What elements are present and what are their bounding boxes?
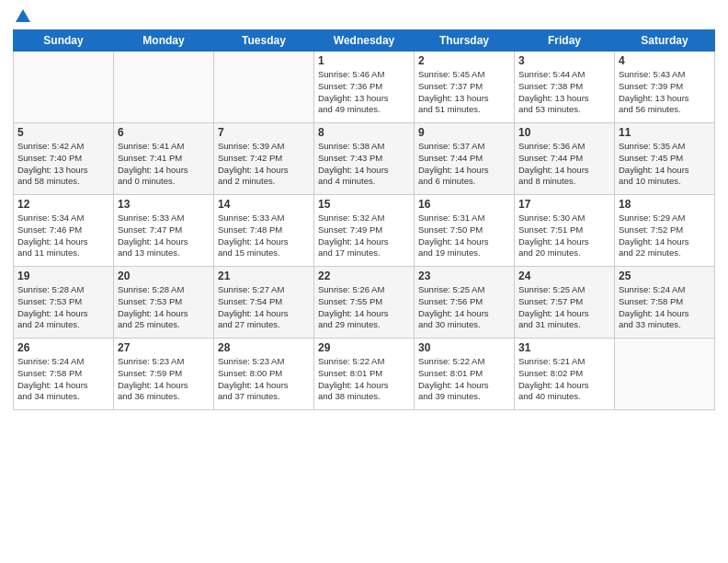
col-monday: Monday: [114, 30, 214, 52]
day-info: Sunrise: 5:27 AMSunset: 7:54 PMDaylight:…: [218, 284, 310, 331]
table-row: 28Sunrise: 5:23 AMSunset: 8:00 PMDayligh…: [214, 339, 314, 410]
calendar-week-row: 19Sunrise: 5:28 AMSunset: 7:53 PMDayligh…: [14, 267, 715, 339]
day-info: Sunrise: 5:33 AMSunset: 7:48 PMDaylight:…: [218, 213, 310, 259]
table-row: 29Sunrise: 5:22 AMSunset: 8:01 PMDayligh…: [314, 339, 415, 410]
day-info: Sunrise: 5:37 AMSunset: 7:44 PMDaylight:…: [418, 141, 510, 188]
day-number: 13: [118, 198, 210, 211]
page-header: [13, 9, 715, 22]
col-tuesday: Tuesday: [214, 30, 314, 52]
day-number: 30: [418, 341, 510, 354]
day-number: 21: [218, 270, 310, 282]
table-row: 20Sunrise: 5:28 AMSunset: 7:53 PMDayligh…: [114, 267, 214, 339]
table-row: 30Sunrise: 5:22 AMSunset: 8:01 PMDayligh…: [415, 339, 515, 410]
table-row: 15Sunrise: 5:32 AMSunset: 7:49 PMDayligh…: [314, 195, 415, 267]
day-number: 15: [318, 198, 410, 211]
table-row: 31Sunrise: 5:21 AMSunset: 8:02 PMDayligh…: [515, 339, 615, 410]
calendar-header-row: Sunday Monday Tuesday Wednesday Thursday…: [14, 30, 715, 52]
table-row: 16Sunrise: 5:31 AMSunset: 7:50 PMDayligh…: [415, 195, 515, 267]
day-number: 16: [418, 198, 510, 211]
day-number: 20: [118, 270, 210, 282]
day-info: Sunrise: 5:39 AMSunset: 7:42 PMDaylight:…: [218, 141, 310, 188]
table-row: 13Sunrise: 5:33 AMSunset: 7:47 PMDayligh…: [114, 195, 214, 267]
day-number: 26: [17, 341, 109, 354]
table-row: 4Sunrise: 5:43 AMSunset: 7:39 PMDaylight…: [615, 52, 715, 123]
day-number: 11: [619, 126, 711, 139]
day-info: Sunrise: 5:46 AMSunset: 7:36 PMDaylight:…: [318, 69, 410, 116]
day-number: 29: [318, 341, 410, 354]
day-info: Sunrise: 5:21 AMSunset: 8:02 PMDaylight:…: [518, 356, 610, 403]
table-row: [14, 52, 114, 123]
day-number: 23: [418, 270, 510, 282]
table-row: 14Sunrise: 5:33 AMSunset: 7:48 PMDayligh…: [214, 195, 314, 267]
day-number: 10: [518, 126, 610, 139]
calendar-week-row: 1Sunrise: 5:46 AMSunset: 7:36 PMDaylight…: [14, 52, 715, 123]
table-row: 24Sunrise: 5:25 AMSunset: 7:57 PMDayligh…: [515, 267, 615, 339]
svg-marker-0: [16, 9, 30, 22]
day-number: 18: [619, 198, 711, 211]
table-row: 18Sunrise: 5:29 AMSunset: 7:52 PMDayligh…: [615, 195, 715, 267]
day-number: 17: [518, 198, 610, 211]
day-info: Sunrise: 5:44 AMSunset: 7:38 PMDaylight:…: [518, 69, 610, 116]
logo: [13, 9, 32, 22]
day-info: Sunrise: 5:35 AMSunset: 7:45 PMDaylight:…: [619, 141, 711, 188]
table-row: 2Sunrise: 5:45 AMSunset: 7:37 PMDaylight…: [415, 52, 515, 123]
day-number: 4: [619, 54, 711, 67]
day-info: Sunrise: 5:32 AMSunset: 7:49 PMDaylight:…: [318, 213, 410, 259]
col-wednesday: Wednesday: [314, 30, 415, 52]
calendar-week-row: 5Sunrise: 5:42 AMSunset: 7:40 PMDaylight…: [14, 123, 715, 195]
day-number: 14: [218, 198, 310, 211]
table-row: 25Sunrise: 5:24 AMSunset: 7:58 PMDayligh…: [615, 267, 715, 339]
calendar-week-row: 26Sunrise: 5:24 AMSunset: 7:58 PMDayligh…: [14, 339, 715, 410]
day-info: Sunrise: 5:34 AMSunset: 7:46 PMDaylight:…: [17, 213, 109, 259]
table-row: 19Sunrise: 5:28 AMSunset: 7:53 PMDayligh…: [14, 267, 114, 339]
day-number: 8: [318, 126, 410, 139]
day-info: Sunrise: 5:23 AMSunset: 8:00 PMDaylight:…: [218, 356, 310, 403]
table-row: 9Sunrise: 5:37 AMSunset: 7:44 PMDaylight…: [415, 123, 515, 195]
day-number: 6: [118, 126, 210, 139]
table-row: 26Sunrise: 5:24 AMSunset: 7:58 PMDayligh…: [14, 339, 114, 410]
day-number: 7: [218, 126, 310, 139]
logo-icon: [14, 7, 32, 26]
calendar-week-row: 12Sunrise: 5:34 AMSunset: 7:46 PMDayligh…: [14, 195, 715, 267]
table-row: 1Sunrise: 5:46 AMSunset: 7:36 PMDaylight…: [314, 52, 415, 123]
day-info: Sunrise: 5:45 AMSunset: 7:37 PMDaylight:…: [418, 69, 510, 116]
calendar-page: Sunday Monday Tuesday Wednesday Thursday…: [0, 0, 728, 563]
day-info: Sunrise: 5:25 AMSunset: 7:57 PMDaylight:…: [518, 284, 610, 331]
col-friday: Friday: [515, 30, 615, 52]
calendar-table: Sunday Monday Tuesday Wednesday Thursday…: [13, 29, 715, 410]
day-info: Sunrise: 5:22 AMSunset: 8:01 PMDaylight:…: [418, 356, 510, 403]
table-row: 5Sunrise: 5:42 AMSunset: 7:40 PMDaylight…: [14, 123, 114, 195]
day-info: Sunrise: 5:42 AMSunset: 7:40 PMDaylight:…: [17, 141, 109, 188]
day-info: Sunrise: 5:28 AMSunset: 7:53 PMDaylight:…: [17, 284, 109, 331]
day-info: Sunrise: 5:41 AMSunset: 7:41 PMDaylight:…: [118, 141, 210, 188]
table-row: 3Sunrise: 5:44 AMSunset: 7:38 PMDaylight…: [515, 52, 615, 123]
day-info: Sunrise: 5:30 AMSunset: 7:51 PMDaylight:…: [518, 213, 610, 259]
table-row: [114, 52, 214, 123]
day-info: Sunrise: 5:29 AMSunset: 7:52 PMDaylight:…: [619, 213, 711, 259]
col-saturday: Saturday: [615, 30, 715, 52]
day-number: 25: [619, 270, 711, 282]
day-info: Sunrise: 5:33 AMSunset: 7:47 PMDaylight:…: [118, 213, 210, 259]
table-row: 11Sunrise: 5:35 AMSunset: 7:45 PMDayligh…: [615, 123, 715, 195]
day-info: Sunrise: 5:24 AMSunset: 7:58 PMDaylight:…: [619, 284, 711, 331]
day-number: 19: [17, 270, 109, 282]
day-info: Sunrise: 5:23 AMSunset: 7:59 PMDaylight:…: [118, 356, 210, 403]
day-info: Sunrise: 5:24 AMSunset: 7:58 PMDaylight:…: [17, 356, 109, 403]
table-row: [615, 339, 715, 410]
day-number: 31: [518, 341, 610, 354]
table-row: 27Sunrise: 5:23 AMSunset: 7:59 PMDayligh…: [114, 339, 214, 410]
table-row: 17Sunrise: 5:30 AMSunset: 7:51 PMDayligh…: [515, 195, 615, 267]
day-info: Sunrise: 5:25 AMSunset: 7:56 PMDaylight:…: [418, 284, 510, 331]
day-number: 28: [218, 341, 310, 354]
table-row: 21Sunrise: 5:27 AMSunset: 7:54 PMDayligh…: [214, 267, 314, 339]
day-info: Sunrise: 5:28 AMSunset: 7:53 PMDaylight:…: [118, 284, 210, 331]
day-number: 5: [17, 126, 109, 139]
table-row: [214, 52, 314, 123]
day-number: 24: [518, 270, 610, 282]
day-number: 3: [518, 54, 610, 67]
table-row: 23Sunrise: 5:25 AMSunset: 7:56 PMDayligh…: [415, 267, 515, 339]
day-number: 27: [118, 341, 210, 354]
day-info: Sunrise: 5:22 AMSunset: 8:01 PMDaylight:…: [318, 356, 410, 403]
day-info: Sunrise: 5:31 AMSunset: 7:50 PMDaylight:…: [418, 213, 510, 259]
table-row: 7Sunrise: 5:39 AMSunset: 7:42 PMDaylight…: [214, 123, 314, 195]
